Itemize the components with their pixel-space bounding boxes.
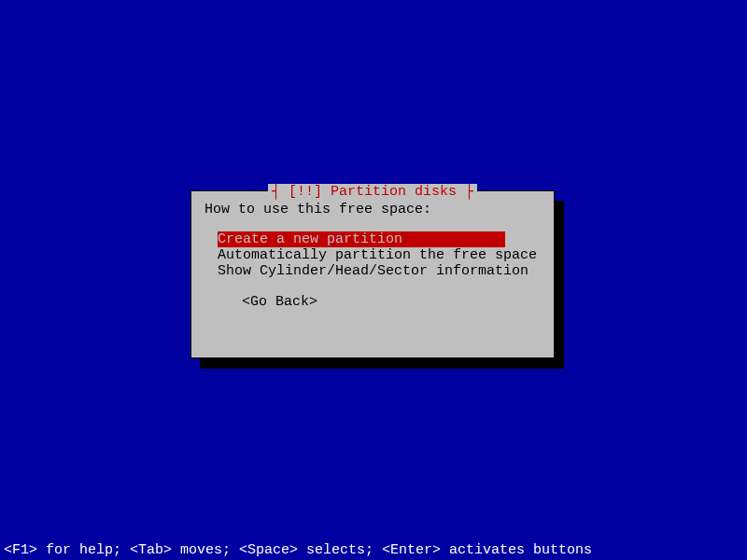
go-back-button[interactable]: <Go Back> <box>242 294 541 310</box>
dialog-title: ┤ [!!] Partition disks ├ <box>268 184 477 200</box>
dialog-content: How to use this free space: Create a new… <box>191 191 554 320</box>
option-show-chs[interactable]: Show Cylinder/Head/Sector information <box>218 263 541 279</box>
prompt-text: How to use this free space: <box>204 202 541 217</box>
partition-dialog: ┤ [!!] Partition disks ├ How to use this… <box>190 190 555 358</box>
menu-options: Create a new partition Automatically par… <box>218 231 541 279</box>
option-auto-partition[interactable]: Automatically partition the free space <box>218 247 541 263</box>
option-create-partition[interactable]: Create a new partition <box>218 231 505 247</box>
dialog-title-container: ┤ [!!] Partition disks ├ <box>191 184 554 200</box>
help-bar: <F1> for help; <Tab> moves; <Space> sele… <box>4 542 592 558</box>
